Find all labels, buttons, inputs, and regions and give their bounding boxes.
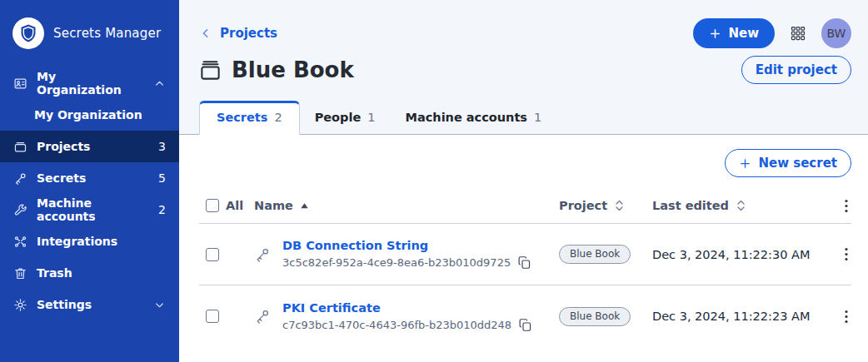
page-title-text: Blue Book [232, 57, 354, 82]
table-options-kebab-icon[interactable] [841, 196, 851, 216]
chevron-left-icon [199, 27, 212, 40]
sidebar: Secrets Manager My Organization My Organ… [0, 0, 179, 362]
tab-secrets[interactable]: Secrets 2 [199, 101, 300, 135]
app-switcher-icon[interactable] [790, 25, 806, 42]
sidebar-item-count: 2 [158, 203, 166, 216]
table-row: PKI Certificate c7c93bc1-470c-4643-96fb-… [199, 285, 851, 347]
column-label: Name [254, 199, 293, 212]
tab-count: 1 [534, 111, 541, 124]
project-badge: Blue Book [559, 307, 631, 326]
copy-icon[interactable] [517, 255, 531, 270]
trash-icon [13, 266, 27, 280]
sidebar-item-label: Machine accounts [37, 196, 149, 223]
sidebar-item-integrations[interactable]: Integrations [0, 226, 179, 257]
row-checkbox[interactable] [206, 310, 219, 323]
page-title: Blue Book [199, 57, 354, 82]
sort-ascending-icon [300, 201, 309, 211]
tab-bar: Secrets 2 People 1 Machine accounts 1 [179, 101, 868, 135]
sidebar-item-count: 5 [158, 171, 166, 185]
sidebar-item-trash[interactable]: Trash [0, 257, 179, 289]
sidebar-item-projects[interactable]: Projects 3 [0, 131, 179, 162]
sidebar-item-machine-accounts[interactable]: Machine accounts 2 [0, 194, 179, 226]
last-edited-value: Dec 3, 2024, 11:22:23 AM [652, 310, 823, 323]
projects-icon [13, 140, 27, 154]
tab-label: Machine accounts [406, 111, 527, 124]
table-header-row: All Name Project Last edited [199, 188, 851, 224]
sidebar-item-label: Settings [37, 298, 92, 311]
column-header-project[interactable]: Project [559, 199, 652, 212]
sidebar-item-label: Secrets [37, 171, 86, 185]
tab-people[interactable]: People 1 [300, 102, 391, 134]
sidebar-item-label: Projects [37, 140, 90, 153]
secret-id: 3c5c82ef-952a-4ce9-8ea6-b23b010d9725 [282, 256, 511, 269]
sidebar-item-label: My Organization [37, 70, 144, 97]
key-icon [13, 171, 27, 186]
new-button[interactable]: New [693, 18, 775, 48]
main-area: Projects New BW [179, 0, 868, 362]
breadcrumb[interactable]: Projects [199, 26, 277, 41]
plus-icon [709, 27, 721, 40]
key-icon [254, 246, 271, 263]
chevron-up-icon [153, 77, 166, 90]
tab-label: People [315, 111, 362, 124]
avatar[interactable]: BW [821, 18, 851, 48]
row-options-kebab-icon[interactable] [841, 244, 851, 265]
plus-icon [739, 157, 751, 170]
wrench-icon [13, 203, 27, 217]
new-button-label: New [728, 26, 759, 41]
sidebar-item-count: 3 [158, 140, 166, 153]
organization-icon [13, 77, 27, 91]
sidebar-subitem-label: My Organization [34, 108, 142, 121]
gear-icon [13, 298, 27, 312]
last-edited-value: Dec 3, 2024, 11:22:30 AM [652, 248, 823, 261]
integrations-icon [13, 235, 27, 249]
sort-icon [614, 199, 625, 212]
new-secret-button[interactable]: New secret [725, 149, 851, 177]
sidebar-item-label: Trash [37, 266, 72, 280]
breadcrumb-label: Projects [220, 26, 277, 41]
sidebar-item-my-organization[interactable]: My Organization [0, 67, 179, 99]
chevron-down-icon [153, 299, 166, 311]
sidebar-item-my-organization-sub[interactable]: My Organization [0, 99, 179, 131]
key-icon [254, 308, 271, 325]
select-all-checkbox[interactable] [206, 199, 219, 212]
secrets-panel: New secret All Name Project [179, 135, 868, 362]
project-icon [199, 59, 222, 82]
page-header: Projects New BW [179, 0, 868, 135]
tab-machine-accounts[interactable]: Machine accounts 1 [391, 102, 557, 134]
app-title: Secrets Manager [53, 26, 161, 41]
sidebar-item-secrets[interactable]: Secrets 5 [0, 162, 179, 194]
tab-label: Secrets [217, 111, 267, 124]
app-logo[interactable]: Secrets Manager [0, 0, 179, 67]
edit-project-button[interactable]: Edit project [741, 56, 851, 84]
column-header-last-edited[interactable]: Last edited [652, 199, 823, 212]
row-checkbox[interactable] [206, 248, 219, 261]
table-row: DB Connection String 3c5c82ef-952a-4ce9-… [199, 224, 851, 285]
secret-name-link[interactable]: DB Connection String [282, 239, 531, 252]
sidebar-item-label: Integrations [37, 235, 117, 248]
copy-icon[interactable] [518, 318, 532, 332]
column-label: Project [559, 199, 607, 212]
secret-name-link[interactable]: PKI Certificate [282, 301, 532, 315]
project-badge: Blue Book [559, 245, 631, 264]
column-header-name[interactable]: Name [254, 199, 559, 212]
secret-id: c7c93bc1-470c-4643-96fb-b23b010dd248 [282, 319, 511, 331]
row-options-kebab-icon[interactable] [841, 306, 851, 327]
edit-project-label: Edit project [756, 62, 837, 77]
new-secret-label: New secret [758, 156, 837, 171]
tab-count: 2 [274, 111, 282, 124]
bitwarden-shield-icon [12, 17, 44, 49]
sidebar-nav: My Organization My Organization Projects… [0, 67, 179, 320]
secrets-table: All Name Project Last edited [199, 188, 851, 347]
avatar-initials: BW [827, 27, 846, 40]
sidebar-item-settings[interactable]: Settings [0, 289, 179, 320]
select-all-label: All [226, 199, 243, 212]
column-label: Last edited [652, 199, 729, 212]
tab-count: 1 [367, 111, 375, 124]
sort-icon [736, 199, 746, 212]
